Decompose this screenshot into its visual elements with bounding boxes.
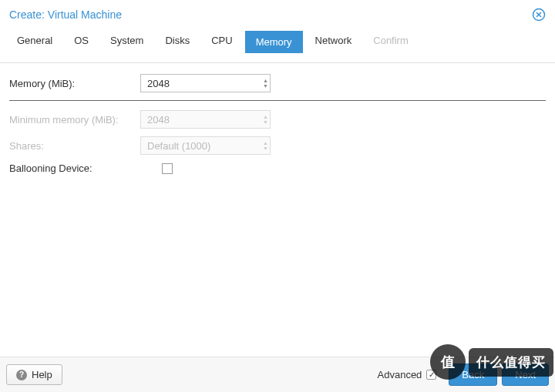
- memory-input[interactable]: [140, 74, 271, 92]
- divider: [9, 100, 546, 101]
- dialog-header: Create: Virtual Machine: [0, 0, 555, 28]
- min-memory-label: Minimum memory (MiB):: [9, 114, 140, 126]
- min-memory-input: [140, 110, 271, 129]
- help-button[interactable]: ? Help: [6, 364, 62, 385]
- back-button[interactable]: Back: [449, 364, 497, 386]
- dialog-title: Create: Virtual Machine: [9, 8, 122, 21]
- shares-input: [140, 136, 271, 155]
- close-button[interactable]: [532, 8, 546, 22]
- memory-row: Memory (MiB): ▲▼: [9, 74, 546, 92]
- memory-label: Memory (MiB):: [9, 78, 140, 89]
- tab-network[interactable]: Network: [306, 31, 362, 53]
- tab-confirm: Confirm: [364, 31, 418, 53]
- dialog-footer: ? Help Advanced ✓ Back Next: [0, 357, 555, 392]
- help-label: Help: [32, 369, 52, 380]
- next-button[interactable]: Next: [502, 364, 549, 386]
- min-memory-row: Minimum memory (MiB): ▲▼: [9, 110, 546, 129]
- tab-os[interactable]: OS: [65, 31, 98, 53]
- shares-row: Shares: ▲▼: [9, 136, 546, 155]
- ballooning-checkbox[interactable]: [162, 163, 173, 174]
- tab-disks[interactable]: Disks: [156, 31, 199, 53]
- tab-bar: General OS System Disks CPU Memory Netwo…: [0, 28, 555, 63]
- ballooning-label: Ballooning Device:: [9, 162, 140, 174]
- memory-input-wrap: ▲▼: [140, 74, 271, 92]
- tab-system[interactable]: System: [101, 31, 153, 53]
- help-icon: ?: [16, 370, 27, 380]
- advanced-label: Advanced: [378, 369, 422, 380]
- tab-cpu[interactable]: CPU: [202, 31, 241, 53]
- shares-input-wrap: ▲▼: [140, 136, 271, 155]
- ballooning-row: Ballooning Device:: [9, 162, 546, 174]
- form-panel: Memory (MiB): ▲▼ Minimum memory (MiB): ▲…: [0, 63, 555, 193]
- advanced-toggle[interactable]: Advanced ✓: [378, 369, 437, 380]
- tab-general[interactable]: General: [8, 31, 62, 53]
- footer-right: Advanced ✓ Back Next: [378, 364, 549, 386]
- advanced-checkbox[interactable]: ✓: [426, 370, 436, 380]
- min-memory-input-wrap: ▲▼: [140, 110, 271, 129]
- close-icon: [532, 8, 546, 22]
- shares-label: Shares:: [9, 140, 140, 152]
- tab-memory[interactable]: Memory: [245, 31, 303, 53]
